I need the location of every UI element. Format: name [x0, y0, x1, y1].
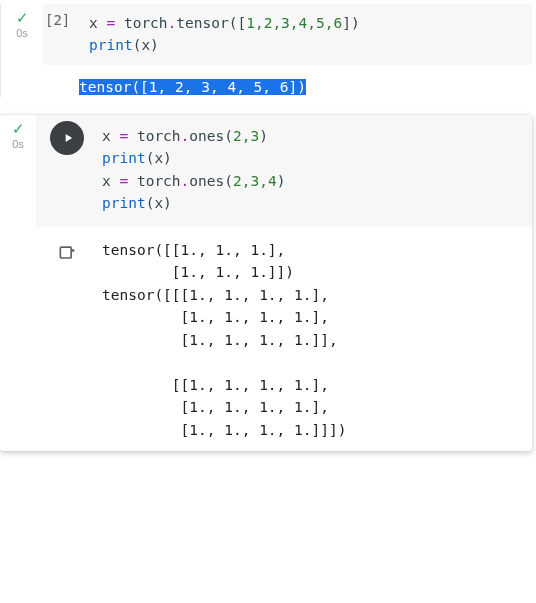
cell-output: tensor([[1., 1., 1.], [1., 1., 1.]]) ten… — [36, 227, 532, 451]
code-line: print(x) — [102, 147, 522, 169]
check-icon: ✓ — [12, 121, 25, 136]
code-cell[interactable]: ✓ 0s x = torch.ones(2,3)print(x)x = torc… — [0, 115, 532, 451]
cell-body: [2] x = torch.tensor([1,2,3,4,5,6])print… — [43, 4, 532, 97]
check-icon: ✓ — [16, 10, 29, 25]
exec-count: [2] — [43, 4, 79, 65]
code-editor[interactable]: x = torch.ones(2,3)print(x)x = torch.one… — [98, 115, 532, 227]
code-cell[interactable]: ✓ 0s [2] x = torch.tensor([1,2,3,4,5,6])… — [0, 4, 532, 97]
code-line: print(x) — [102, 192, 522, 214]
selected-output-text: tensor([1, 2, 3, 4, 5, 6]) — [79, 79, 306, 95]
exec-count-label: [2] — [43, 12, 70, 28]
cell-gutter: ✓ 0s — [1, 4, 43, 97]
output-text[interactable]: tensor([[1., 1., 1.], [1., 1., 1.]]) ten… — [98, 239, 346, 441]
run-button-column — [36, 115, 98, 155]
play-icon — [61, 131, 75, 145]
code-editor[interactable]: x = torch.tensor([1,2,3,4,5,6])print(x) — [79, 4, 532, 65]
code-line: x = torch.ones(2,3,4) — [102, 170, 522, 192]
code-line: x = torch.tensor([1,2,3,4,5,6]) — [89, 12, 522, 34]
cell-gutter: ✓ 0s — [0, 115, 36, 451]
cell-output[interactable]: tensor([1, 2, 3, 4, 5, 6]) — [43, 65, 532, 97]
code-line: print(x) — [89, 34, 522, 56]
elapsed-time: 0s — [12, 138, 24, 150]
svg-rect-0 — [60, 247, 71, 258]
output-expand-icon[interactable] — [57, 243, 77, 263]
cell-body: x = torch.ones(2,3)print(x)x = torch.one… — [36, 115, 532, 451]
run-button[interactable] — [50, 121, 84, 155]
elapsed-time: 0s — [16, 27, 28, 39]
code-line: x = torch.ones(2,3) — [102, 125, 522, 147]
